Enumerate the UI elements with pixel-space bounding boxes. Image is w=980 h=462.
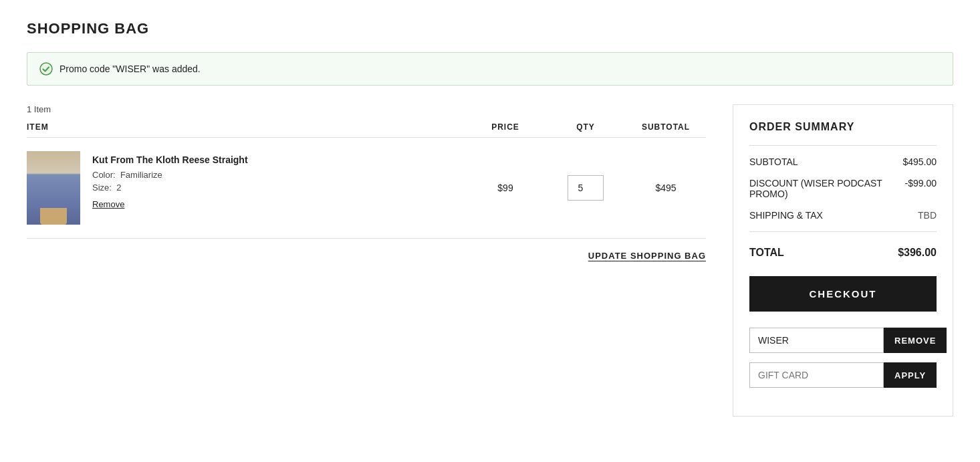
- subtotal-label: SUBTOTAL: [749, 156, 798, 167]
- cart-section: 1 Item ITEM PRICE QTY SUBTOTAL Kut From …: [27, 104, 706, 261]
- main-layout: 1 Item ITEM PRICE QTY SUBTOTAL Kut From …: [27, 104, 953, 417]
- summary-row-discount: DISCOUNT (WISER PODCAST PROMO) -$99.00: [749, 172, 937, 205]
- item-details: Kut From The Kloth Reese Straight Color:…: [92, 151, 248, 209]
- checkout-button[interactable]: CHECKOUT: [749, 276, 937, 312]
- total-value: $396.00: [898, 247, 937, 259]
- quantity-stepper[interactable]: [545, 175, 626, 201]
- page-title: SHOPPING BAG: [27, 20, 953, 37]
- promo-message: Promo code "WISER" was added.: [59, 64, 201, 74]
- shipping-value: TBD: [918, 210, 937, 221]
- col-header-subtotal: SUBTOTAL: [626, 122, 706, 132]
- item-price: $99: [465, 183, 545, 193]
- item-subtotal: $495: [626, 183, 706, 193]
- check-circle-icon: [39, 62, 53, 76]
- table-row: Kut From The Kloth Reese Straight Color:…: [27, 138, 706, 239]
- item-count: 1 Item: [27, 104, 706, 114]
- cart-actions: UPDATE SHOPPING BAG: [27, 239, 706, 261]
- promo-banner: Promo code "WISER" was added.: [27, 52, 953, 86]
- item-color: Color: Familiarize: [92, 170, 248, 180]
- total-label: TOTAL: [749, 247, 784, 259]
- discount-label: DISCOUNT (WISER PODCAST PROMO): [749, 178, 905, 199]
- item-info: Kut From The Kloth Reese Straight Color:…: [27, 151, 465, 225]
- remove-item-button[interactable]: Remove: [92, 199, 248, 209]
- order-summary-title: ORDER SUMMARY: [749, 121, 937, 133]
- summary-divider-bottom: [749, 231, 937, 232]
- summary-row-subtotal: SUBTOTAL $495.00: [749, 151, 937, 172]
- shipping-label: SHIPPING & TAX: [749, 210, 823, 221]
- svg-point-0: [40, 63, 52, 75]
- cart-table-header: ITEM PRICE QTY SUBTOTAL: [27, 122, 706, 138]
- summary-divider-top: [749, 145, 937, 146]
- discount-value: -$99.00: [905, 178, 937, 199]
- subtotal-value: $495.00: [902, 156, 937, 167]
- promo-section: REMOVE APPLY: [749, 328, 937, 388]
- promo-input-row: REMOVE: [749, 328, 937, 353]
- update-shopping-bag-button[interactable]: UPDATE SHOPPING BAG: [588, 251, 706, 261]
- summary-row-total: TOTAL $396.00: [749, 237, 937, 264]
- summary-row-shipping: SHIPPING & TAX TBD: [749, 205, 937, 226]
- gift-card-input[interactable]: [749, 362, 884, 388]
- apply-gift-card-button[interactable]: APPLY: [884, 362, 937, 388]
- qty-input-field[interactable]: [568, 175, 604, 201]
- gift-card-input-row: APPLY: [749, 362, 937, 388]
- col-header-item: ITEM: [27, 122, 465, 132]
- order-summary-panel: ORDER SUMMARY SUBTOTAL $495.00 DISCOUNT …: [733, 104, 953, 417]
- item-image: [27, 151, 80, 225]
- remove-promo-button[interactable]: REMOVE: [884, 328, 947, 353]
- col-header-qty: QTY: [545, 122, 626, 132]
- promo-code-input[interactable]: [749, 328, 884, 353]
- item-size: Size: 2: [92, 183, 248, 193]
- col-header-price: PRICE: [465, 122, 545, 132]
- item-name: Kut From The Kloth Reese Straight: [92, 154, 248, 167]
